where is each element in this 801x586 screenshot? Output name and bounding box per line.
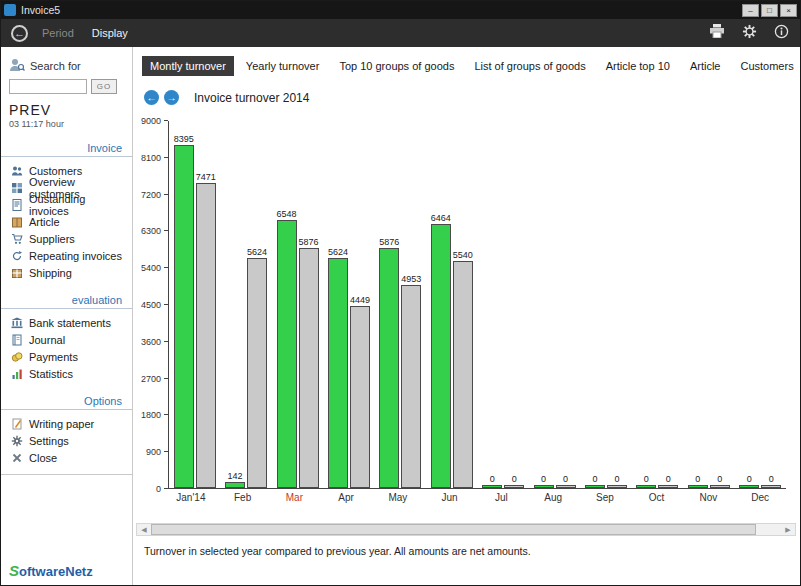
tab-yearly-turnover[interactable]: Yearly turnover [238, 56, 328, 76]
sidebar-item-writing-paper[interactable]: Writing paper [1, 415, 132, 432]
scrollbar-track[interactable] [151, 524, 781, 535]
bank-statements-icon [11, 317, 23, 329]
bar-column: 0 [709, 474, 731, 488]
back-button[interactable]: ← [11, 25, 28, 42]
bar-column: 8395 [173, 134, 195, 488]
tab-article[interactable]: Article [682, 56, 729, 76]
bar-group: 58764953 [378, 237, 422, 488]
bar-selected-year [277, 220, 297, 488]
bar-value-label: 8395 [174, 134, 194, 144]
chart: 0900180027003600450054006300720081009000… [138, 121, 786, 489]
tab-customers[interactable]: Customers [732, 56, 801, 76]
statistics-icon [11, 368, 23, 380]
info-button[interactable] [772, 25, 790, 41]
bar-value-label: 0 [541, 474, 546, 484]
x-axis-label: Nov [686, 492, 730, 503]
tab-top10-groups[interactable]: Top 10 groups of goods [331, 56, 462, 76]
settings-gear-icon [11, 435, 23, 447]
scroll-left-icon[interactable]: ◀ [137, 524, 151, 535]
bar-selected-year [225, 482, 245, 488]
toolbar: ← Period Display [1, 19, 800, 47]
sidebar-item-journal[interactable]: Journal [1, 331, 132, 348]
display-button[interactable]: Display [92, 27, 128, 39]
bar-column: 5624 [327, 247, 349, 488]
bar-previous-year [247, 258, 267, 488]
sidebar-item-bank-statements[interactable]: Bank statements [1, 314, 132, 331]
search-label: Search for [30, 60, 81, 72]
close-x-icon [11, 452, 23, 464]
bar-column: 4449 [349, 295, 371, 488]
bar-column: 0 [555, 474, 577, 488]
settings-toolbar-button[interactable] [740, 25, 758, 41]
bar-previous-year [607, 485, 627, 488]
bar-group: 1425624 [224, 247, 268, 488]
x-axis-label: Feb [221, 492, 265, 503]
y-axis: 0900180027003600450054006300720081009000 [138, 121, 168, 489]
sidebar-item-close[interactable]: Close [1, 449, 132, 466]
bar-group: 00 [738, 474, 782, 488]
bar-column: 0 [657, 474, 679, 488]
tab-bar: Montly turnover Yearly turnover Top 10 g… [142, 56, 800, 76]
bar-column: 0 [481, 474, 503, 488]
x-axis-label: May [376, 492, 420, 503]
print-button[interactable] [708, 25, 726, 41]
y-tick-label: 9000 [141, 116, 161, 126]
tab-monthly-turnover[interactable]: Montly turnover [142, 56, 234, 76]
sidebar-item-settings[interactable]: Settings [1, 432, 132, 449]
bar-column: 0 [533, 474, 555, 488]
prev-year-button[interactable]: ← [144, 90, 159, 105]
section-header-evaluation: evaluation [1, 294, 132, 309]
sidebar-item-label: Settings [29, 435, 69, 447]
y-tick-label: 6300 [141, 226, 161, 236]
sidebar-item-repeating-invoices[interactable]: Repeating invoices [1, 247, 132, 264]
sidebar-item-shipping[interactable]: Shipping [1, 264, 132, 281]
main-content: Montly turnover Yearly turnover Top 10 g… [134, 47, 800, 585]
y-tick-label: 7200 [141, 190, 161, 200]
bar-previous-year [401, 285, 421, 488]
sidebar-item-statistics[interactable]: Statistics [1, 365, 132, 382]
horizontal-scrollbar[interactable]: ◀ ▶ [136, 523, 796, 536]
close-window-button[interactable]: × [780, 4, 797, 17]
bar-value-label: 0 [563, 474, 568, 484]
y-tick-label: 4500 [141, 300, 161, 310]
bar-previous-year [453, 261, 473, 488]
bar-column: 0 [606, 474, 628, 488]
bar-selected-year [688, 485, 708, 488]
bar-column: 5624 [246, 247, 268, 488]
sidebar-item-outstanding-invoices[interactable]: Oustanding invoices [1, 196, 132, 213]
minimize-button[interactable]: – [742, 4, 759, 17]
search-input[interactable] [9, 79, 87, 94]
bar-selected-year [585, 485, 605, 488]
sidebar-item-label: Suppliers [29, 233, 75, 245]
sidebar-item-suppliers[interactable]: Suppliers [1, 230, 132, 247]
tab-list-groups[interactable]: List of groups of goods [466, 56, 593, 76]
chart-title: Invoice turnover 2014 [194, 91, 309, 105]
period-button[interactable]: Period [42, 27, 74, 39]
sidebar-item-label: Writing paper [29, 418, 94, 430]
sidebar-item-payments[interactable]: Payments [1, 348, 132, 365]
bar-value-label: 0 [592, 474, 597, 484]
y-tick-label: 5400 [141, 263, 161, 273]
bar-value-label: 7471 [196, 172, 216, 182]
sidebar-item-label: Shipping [29, 267, 72, 279]
scrollbar-thumb[interactable] [151, 524, 756, 535]
maximize-button[interactable]: □ [761, 4, 778, 17]
bar-value-label: 142 [228, 471, 243, 481]
bar-value-label: 0 [747, 474, 752, 484]
scroll-right-icon[interactable]: ▶ [781, 524, 795, 535]
tab-article-top10[interactable]: Article top 10 [598, 56, 678, 76]
bar-value-label: 0 [644, 474, 649, 484]
next-year-button[interactable]: → [164, 90, 179, 105]
search-go-button[interactable]: GO [91, 79, 117, 94]
overview-customers-icon [11, 182, 23, 194]
bar-column: 0 [760, 474, 782, 488]
bar-group: 64645540 [430, 213, 474, 488]
x-axis-label: Jan'14 [169, 492, 213, 503]
bar-selected-year [636, 485, 656, 488]
sidebar-divider [1, 474, 132, 475]
bar-column: 4953 [400, 274, 422, 488]
bar-selected-year [739, 485, 759, 488]
writing-paper-icon [11, 418, 23, 430]
bar-value-label: 0 [695, 474, 700, 484]
bar-value-label: 0 [490, 474, 495, 484]
